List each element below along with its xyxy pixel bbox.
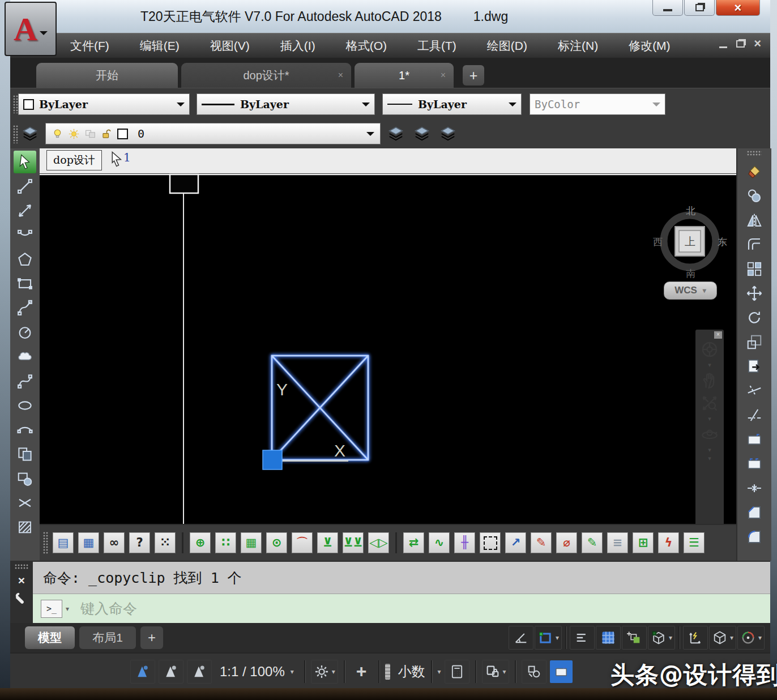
tab-drawing-1[interactable]: 1*×	[355, 63, 454, 88]
double-socket-icon[interactable]: ⊻⊻	[343, 532, 364, 553]
viewport-scale-control[interactable]: 1:1 / 100% ▾	[215, 664, 298, 680]
erase-icon[interactable]	[743, 160, 766, 183]
annotation-visibility-toggle[interactable]	[622, 626, 647, 650]
chamfer-icon[interactable]	[743, 501, 766, 524]
wire-list-icon[interactable]: ☰	[684, 532, 705, 553]
chevron-down-icon[interactable]: ▾	[708, 416, 711, 421]
separator[interactable]	[395, 532, 397, 553]
block-convert-icon[interactable]: ▦	[241, 532, 262, 553]
layer-previous-icon[interactable]	[411, 123, 433, 144]
navigation-wheel-icon[interactable]	[698, 340, 721, 359]
minimize-button[interactable]	[652, 0, 683, 16]
trim-icon[interactable]	[743, 379, 766, 402]
doc-restore-icon[interactable]	[736, 40, 745, 48]
toolbar-grip[interactable]	[13, 95, 18, 113]
menu-view[interactable]: 视图(V)	[202, 35, 258, 57]
arc-icon[interactable]	[14, 224, 36, 246]
array-icon[interactable]	[743, 258, 766, 280]
ellipse-arc-icon[interactable]	[14, 419, 36, 441]
tab-model[interactable]: 模型	[25, 626, 75, 649]
navbar-more-icon[interactable]: ▾	[708, 456, 711, 461]
command-input[interactable]	[79, 600, 770, 617]
isolate-objects-icon[interactable]	[522, 660, 547, 684]
menu-tools[interactable]: 工具(T)	[409, 35, 464, 57]
orbit-icon[interactable]	[698, 425, 721, 444]
break-wire-icon[interactable]: ϟ	[658, 532, 679, 553]
toolbar-grip[interactable]	[15, 564, 28, 570]
chevron-down-icon[interactable]: ▾	[708, 447, 711, 453]
mirror-symbol-icon[interactable]: ◁▷	[368, 532, 389, 553]
command-history[interactable]: 命令: _copyclip 找到 1 个	[33, 562, 770, 594]
rotate-icon[interactable]	[743, 306, 766, 329]
create-block-icon[interactable]	[14, 467, 36, 490]
command-close-icon[interactable]: ×	[18, 575, 25, 586]
lineweight-dropdown[interactable]: ByLayer	[382, 93, 522, 115]
chevron-down-icon[interactable]: ▾	[66, 605, 69, 613]
customize-wrench-icon[interactable]	[14, 591, 29, 608]
select-tool-icon[interactable]	[14, 151, 36, 173]
ui-lock-icon[interactable]: ▾	[482, 660, 509, 684]
wire-curve-icon[interactable]: ∿	[429, 532, 450, 553]
fillet-icon[interactable]	[743, 526, 766, 548]
title-bar[interactable]: A T20天正电气软件 V7.0 For Autodesk AutoCAD 20…	[10, 0, 770, 33]
osnap-3d-toggle[interactable]: ▾	[648, 626, 675, 650]
quick-calc-icon[interactable]	[445, 660, 469, 684]
application-menu-button[interactable]: A	[5, 2, 57, 56]
count-hand-icon[interactable]: ⁙	[155, 532, 176, 553]
tab-start[interactable]: 开始	[36, 63, 178, 88]
layer-match-icon[interactable]	[437, 123, 459, 144]
navbar-close-icon[interactable]: ×	[714, 331, 722, 339]
tab-dop-design[interactable]: dop设计*×	[181, 63, 351, 88]
linetype-dropdown[interactable]: ByLayer	[197, 93, 375, 115]
workspace-toggle[interactable]: ▾	[709, 626, 736, 650]
tab-close-icon[interactable]: ×	[338, 70, 343, 80]
new-layout-button[interactable]: +	[140, 626, 163, 649]
new-tab-button[interactable]: +	[463, 65, 484, 86]
four-lamps-icon[interactable]: ∷	[215, 532, 236, 553]
arc-wire-icon[interactable]: ⌒	[292, 532, 313, 553]
annotation-visibility-icon[interactable]	[187, 660, 212, 684]
socket-icon[interactable]: ⊻	[317, 532, 338, 553]
export-icon[interactable]	[743, 355, 766, 378]
lamp-table-icon[interactable]: ⊞	[633, 532, 654, 553]
doc-minimize-icon[interactable]	[719, 46, 727, 48]
tab-close-icon[interactable]: ×	[441, 70, 446, 80]
plotstyle-dropdown[interactable]: ByColor	[530, 93, 665, 115]
toolbar-grip[interactable]	[747, 151, 762, 156]
draw-wire-icon[interactable]: ✎	[582, 532, 603, 553]
construction-line-icon[interactable]	[14, 199, 36, 222]
selection-box-icon[interactable]	[480, 532, 501, 553]
save-icon[interactable]: ▦	[78, 532, 99, 553]
cli-prompt-icon[interactable]: >_	[41, 600, 62, 618]
doc-close-icon[interactable]: ×	[754, 39, 761, 48]
chevron-down-icon[interactable]: ▾	[438, 668, 441, 676]
drawing-canvas[interactable]: dop设计 1 Y X	[40, 148, 736, 524]
layer-lines-icon[interactable]: ≡	[607, 532, 628, 553]
polygon-icon[interactable]	[14, 248, 36, 271]
edit-rectangle-icon[interactable]	[743, 453, 766, 475]
layer-dropdown[interactable]: 0	[45, 123, 381, 144]
menu-edit[interactable]: 编辑(E)	[132, 35, 187, 57]
tab-layout1[interactable]: 布局1	[79, 626, 136, 649]
line-icon[interactable]	[14, 175, 36, 198]
zoom-extents-icon[interactable]	[698, 394, 721, 413]
toolbar-grip[interactable]	[13, 125, 18, 143]
menu-dimension[interactable]: 标注(N)	[550, 35, 606, 57]
revision-cloud-icon[interactable]	[14, 345, 36, 368]
hatch-icon[interactable]	[14, 516, 36, 539]
units-value[interactable]: 小数	[398, 663, 425, 681]
erase-wire-icon[interactable]: ⌀	[556, 532, 577, 553]
polar-tracking-toggle[interactable]	[509, 626, 533, 650]
drawing-tab-dop[interactable]: dop设计	[46, 150, 102, 170]
toolbar-grip[interactable]	[43, 532, 48, 554]
object-snap-toggle[interactable]: ▾	[535, 626, 562, 650]
annotation-scale-icon[interactable]	[130, 660, 155, 684]
menu-modify[interactable]: 修改(M)	[621, 35, 678, 57]
help-hand-icon[interactable]: ?	[129, 532, 150, 553]
pan-hand-icon[interactable]	[698, 371, 721, 390]
menu-format[interactable]: 格式(O)	[338, 35, 395, 57]
switch-convert-icon[interactable]: ⇄	[403, 532, 424, 553]
point-icon[interactable]	[14, 492, 36, 514]
project-manager-icon[interactable]: ▤	[53, 532, 74, 553]
copy-icon[interactable]	[743, 185, 766, 207]
